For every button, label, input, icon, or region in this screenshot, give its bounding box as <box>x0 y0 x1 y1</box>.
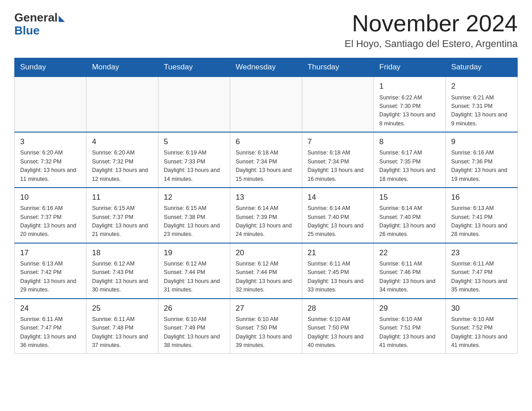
logo: General Blue <box>14 11 65 38</box>
day-number: 4 <box>92 136 152 148</box>
day-number: 15 <box>379 192 440 203</box>
calendar-cell: 18Sunrise: 6:12 AMSunset: 7:43 PMDayligh… <box>86 243 158 299</box>
day-number: 6 <box>236 136 296 148</box>
day-number: 9 <box>451 136 512 148</box>
day-info: Sunrise: 6:15 AMSunset: 7:38 PMDaylight:… <box>164 204 224 239</box>
calendar-cell: 21Sunrise: 6:11 AMSunset: 7:45 PMDayligh… <box>302 243 373 299</box>
month-title: November 2024 <box>345 11 518 36</box>
day-number: 16 <box>451 192 512 203</box>
calendar-cell: 13Sunrise: 6:14 AMSunset: 7:39 PMDayligh… <box>230 188 302 243</box>
calendar-cell: 11Sunrise: 6:15 AMSunset: 7:37 PMDayligh… <box>86 188 158 243</box>
calendar-cell: 2Sunrise: 6:21 AMSunset: 7:31 PMDaylight… <box>446 77 517 132</box>
day-info: Sunrise: 6:17 AMSunset: 7:35 PMDaylight:… <box>379 149 440 184</box>
day-info: Sunrise: 6:11 AMSunset: 7:45 PMDaylight:… <box>308 260 368 295</box>
calendar-cell: 7Sunrise: 6:18 AMSunset: 7:34 PMDaylight… <box>302 132 373 188</box>
day-info: Sunrise: 6:10 AMSunset: 7:52 PMDaylight:… <box>451 315 512 350</box>
day-info: Sunrise: 6:14 AMSunset: 7:40 PMDaylight:… <box>308 204 368 239</box>
calendar-cell: 3Sunrise: 6:20 AMSunset: 7:32 PMDaylight… <box>15 132 86 188</box>
day-info: Sunrise: 6:16 AMSunset: 7:37 PMDaylight:… <box>20 204 81 239</box>
day-info: Sunrise: 6:12 AMSunset: 7:44 PMDaylight:… <box>164 260 224 295</box>
calendar-cell: 22Sunrise: 6:11 AMSunset: 7:46 PMDayligh… <box>374 243 446 299</box>
weekday-header-thursday: Thursday <box>302 58 373 77</box>
calendar-cell: 8Sunrise: 6:17 AMSunset: 7:35 PMDaylight… <box>374 132 446 188</box>
calendar-cell: 1Sunrise: 6:22 AMSunset: 7:30 PMDaylight… <box>374 77 446 132</box>
day-info: Sunrise: 6:10 AMSunset: 7:49 PMDaylight:… <box>164 315 224 350</box>
logo-general-text: General <box>14 11 58 25</box>
day-info: Sunrise: 6:10 AMSunset: 7:50 PMDaylight:… <box>308 315 368 350</box>
calendar-cell: 19Sunrise: 6:12 AMSunset: 7:44 PMDayligh… <box>158 243 230 299</box>
day-number: 10 <box>20 192 81 203</box>
day-number: 17 <box>20 247 81 259</box>
weekday-header-monday: Monday <box>86 58 158 77</box>
calendar-table: SundayMondayTuesdayWednesdayThursdayFrid… <box>14 58 518 354</box>
day-info: Sunrise: 6:15 AMSunset: 7:37 PMDaylight:… <box>92 204 152 239</box>
day-number: 18 <box>92 247 152 259</box>
weekday-header-saturday: Saturday <box>446 58 517 77</box>
day-info: Sunrise: 6:11 AMSunset: 7:47 PMDaylight:… <box>20 315 81 350</box>
header: General Blue November 2024 El Hoyo, Sant… <box>14 11 518 50</box>
week-row-3: 10Sunrise: 6:16 AMSunset: 7:37 PMDayligh… <box>15 188 518 243</box>
day-info: Sunrise: 6:10 AMSunset: 7:50 PMDaylight:… <box>236 315 296 350</box>
calendar-cell: 29Sunrise: 6:10 AMSunset: 7:51 PMDayligh… <box>374 299 446 354</box>
day-number: 22 <box>379 247 440 259</box>
day-number: 19 <box>164 247 224 259</box>
day-info: Sunrise: 6:13 AMSunset: 7:42 PMDaylight:… <box>20 260 81 295</box>
day-info: Sunrise: 6:10 AMSunset: 7:51 PMDaylight:… <box>379 315 440 350</box>
calendar-cell: 12Sunrise: 6:15 AMSunset: 7:38 PMDayligh… <box>158 188 230 243</box>
day-info: Sunrise: 6:12 AMSunset: 7:44 PMDaylight:… <box>236 260 296 295</box>
calendar-cell: 24Sunrise: 6:11 AMSunset: 7:47 PMDayligh… <box>15 299 86 354</box>
weekday-header-friday: Friday <box>374 58 446 77</box>
calendar-cell: 27Sunrise: 6:10 AMSunset: 7:50 PMDayligh… <box>230 299 302 354</box>
day-number: 30 <box>451 303 512 314</box>
day-number: 29 <box>379 303 440 314</box>
weekday-header-row: SundayMondayTuesdayWednesdayThursdayFrid… <box>15 58 518 77</box>
day-number: 27 <box>236 303 296 314</box>
day-info: Sunrise: 6:22 AMSunset: 7:30 PMDaylight:… <box>379 94 440 128</box>
day-info: Sunrise: 6:20 AMSunset: 7:32 PMDaylight:… <box>92 149 152 184</box>
day-number: 24 <box>20 303 81 314</box>
day-number: 23 <box>451 247 512 259</box>
day-number: 3 <box>20 136 81 148</box>
weekday-header-wednesday: Wednesday <box>230 58 302 77</box>
location-title: El Hoyo, Santiago del Estero, Argentina <box>345 38 518 50</box>
calendar-cell: 15Sunrise: 6:14 AMSunset: 7:40 PMDayligh… <box>374 188 446 243</box>
calendar-cell: 23Sunrise: 6:11 AMSunset: 7:47 PMDayligh… <box>446 243 517 299</box>
day-number: 7 <box>308 136 368 148</box>
calendar-cell: 17Sunrise: 6:13 AMSunset: 7:42 PMDayligh… <box>15 243 86 299</box>
calendar-cell: 4Sunrise: 6:20 AMSunset: 7:32 PMDaylight… <box>86 132 158 188</box>
day-number: 26 <box>164 303 224 314</box>
day-number: 20 <box>236 247 296 259</box>
weekday-header-sunday: Sunday <box>15 58 86 77</box>
day-number: 13 <box>236 192 296 203</box>
day-number: 12 <box>164 192 224 203</box>
calendar-cell: 9Sunrise: 6:16 AMSunset: 7:36 PMDaylight… <box>446 132 517 188</box>
calendar-cell: 28Sunrise: 6:10 AMSunset: 7:50 PMDayligh… <box>302 299 373 354</box>
day-number: 2 <box>451 81 512 92</box>
calendar-cell: 30Sunrise: 6:10 AMSunset: 7:52 PMDayligh… <box>446 299 517 354</box>
calendar-cell: 10Sunrise: 6:16 AMSunset: 7:37 PMDayligh… <box>15 188 86 243</box>
day-info: Sunrise: 6:18 AMSunset: 7:34 PMDaylight:… <box>236 149 296 184</box>
day-info: Sunrise: 6:11 AMSunset: 7:47 PMDaylight:… <box>451 260 512 295</box>
day-number: 5 <box>164 136 224 148</box>
day-info: Sunrise: 6:11 AMSunset: 7:48 PMDaylight:… <box>92 315 152 350</box>
day-info: Sunrise: 6:13 AMSunset: 7:41 PMDaylight:… <box>451 204 512 239</box>
day-info: Sunrise: 6:11 AMSunset: 7:46 PMDaylight:… <box>379 260 440 295</box>
week-row-5: 24Sunrise: 6:11 AMSunset: 7:47 PMDayligh… <box>15 299 518 354</box>
day-info: Sunrise: 6:16 AMSunset: 7:36 PMDaylight:… <box>451 149 512 184</box>
day-number: 21 <box>308 247 368 259</box>
title-section: November 2024 El Hoyo, Santiago del Este… <box>345 11 518 50</box>
calendar-cell <box>15 77 86 132</box>
calendar-cell <box>230 77 302 132</box>
calendar-cell: 6Sunrise: 6:18 AMSunset: 7:34 PMDaylight… <box>230 132 302 188</box>
calendar-cell: 14Sunrise: 6:14 AMSunset: 7:40 PMDayligh… <box>302 188 373 243</box>
day-number: 1 <box>379 81 440 92</box>
day-info: Sunrise: 6:20 AMSunset: 7:32 PMDaylight:… <box>20 149 81 184</box>
day-info: Sunrise: 6:14 AMSunset: 7:40 PMDaylight:… <box>379 204 440 239</box>
calendar-cell: 16Sunrise: 6:13 AMSunset: 7:41 PMDayligh… <box>446 188 517 243</box>
calendar-cell: 26Sunrise: 6:10 AMSunset: 7:49 PMDayligh… <box>158 299 230 354</box>
calendar-cell <box>302 77 373 132</box>
calendar-cell <box>158 77 230 132</box>
day-number: 25 <box>92 303 152 314</box>
day-info: Sunrise: 6:12 AMSunset: 7:43 PMDaylight:… <box>92 260 152 295</box>
week-row-4: 17Sunrise: 6:13 AMSunset: 7:42 PMDayligh… <box>15 243 518 299</box>
